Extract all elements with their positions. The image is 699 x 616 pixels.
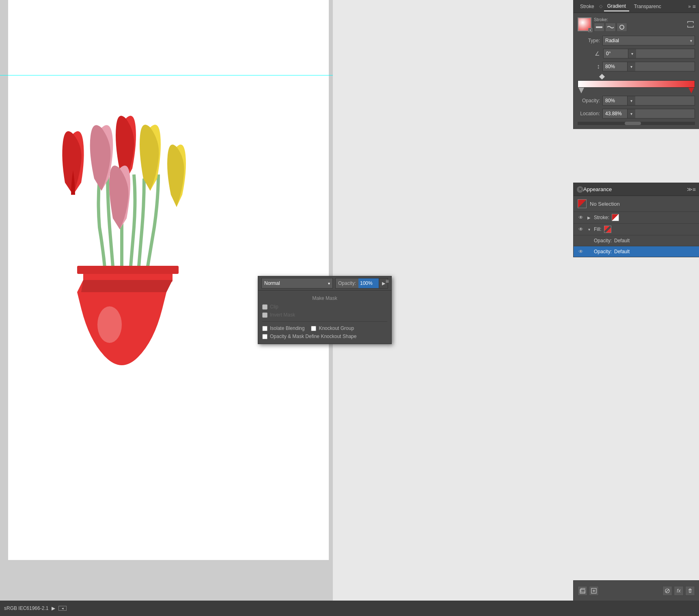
opacity-input-group: ▾	[602, 96, 695, 106]
opacity-row-1: 👁 Opacity: Default	[574, 235, 699, 246]
stroke-prop-label: Stroke:	[594, 215, 609, 220]
angle-row: ∠ ▾	[578, 49, 695, 58]
type-dropdown-arrow: ▾	[690, 39, 692, 43]
clip-label: Clip	[270, 304, 278, 310]
gradient-preview-swatch[interactable]: ▾	[578, 17, 591, 31]
svg-point-4	[620, 25, 624, 29]
new-layer-icon-btn[interactable]	[578, 586, 587, 596]
panel-swap-btn[interactable]	[686, 20, 695, 29]
fill-visibility-eye[interactable]: 👁	[578, 226, 584, 233]
stroke-row: 👁 ▶ Stroke:	[574, 212, 699, 224]
tab-stroke[interactable]: Stroke	[577, 2, 598, 11]
fill-color-swatch[interactable]	[604, 226, 611, 233]
stroke-icons	[594, 23, 627, 32]
scale-input[interactable]	[603, 63, 627, 70]
opacity-label: Opacity:	[578, 98, 600, 103]
status-bar: sRGB IEC61966-2.1 ▶ ◂	[0, 601, 699, 616]
panel-menu-icon[interactable]: ≡	[693, 3, 696, 10]
blend-mode-value: Normal	[264, 280, 280, 286]
stroke-expand-arrow[interactable]: ▶	[587, 215, 591, 220]
scale-row: ↕ ▾	[578, 62, 695, 71]
appearance-menu-icon[interactable]: ≡	[693, 186, 696, 193]
opacity-dropdown-btn[interactable]: ▾	[627, 96, 635, 105]
gradient-midpoint[interactable]	[599, 74, 605, 80]
angle-input-group: ▾	[603, 49, 695, 58]
opacity2-label: Opacity:	[594, 249, 612, 254]
gradient-panel: Stroke ◇ Gradient Transparenc » ≡ ▾ Stro…	[573, 0, 699, 129]
appearance-expand-btn[interactable]: ≫	[687, 186, 693, 192]
opacity1-value[interactable]: Default	[614, 238, 630, 243]
isolate-blending-section: Isolate Blending Knockout Group Opacity …	[262, 321, 387, 340]
knockout-group-checkbox[interactable]	[311, 326, 316, 331]
opacity-mask-checkbox[interactable]	[262, 334, 268, 339]
invert-mask-checkbox[interactable]	[262, 312, 268, 318]
type-value: Radial	[605, 38, 619, 43]
slash-icon-btn[interactable]	[662, 586, 672, 596]
location-dropdown-btn[interactable]: ▾	[627, 109, 635, 118]
scale-dropdown-btn[interactable]: ▾	[627, 62, 635, 71]
opacity-input[interactable]	[603, 97, 627, 104]
delete-icon-btn[interactable]	[685, 586, 695, 596]
scrollbar-thumb[interactable]	[625, 122, 641, 125]
svg-rect-6	[581, 588, 585, 592]
opacity2-value[interactable]: Default	[614, 249, 630, 254]
transparency-popup-header: Normal ▾ Opacity: ▶	[258, 276, 391, 291]
opacity1-label: Opacity:	[594, 238, 612, 243]
fill-expand-arrow[interactable]: ▾	[587, 227, 591, 232]
gradient-panel-body: ▾ Stroke:	[574, 13, 699, 129]
no-selection-row: No Selection	[574, 196, 699, 212]
fx-icon-btn[interactable]: fx	[674, 586, 684, 596]
gradient-bar-wrapper: 🗑	[578, 80, 695, 88]
play-button[interactable]: ▶	[52, 605, 55, 611]
knockout-group-label: Knockout Group	[319, 325, 354, 331]
swatch-dropdown-arrow[interactable]: ▾	[588, 28, 592, 32]
opacity-field-label: Opacity:	[336, 280, 358, 286]
isolate-knockout-row: Isolate Blending Knockout Group	[262, 324, 387, 332]
stroke-btn-1[interactable]	[594, 23, 604, 32]
appearance-panel-bottom: fx	[573, 580, 699, 601]
bottom-icon-group-right: fx	[662, 586, 695, 596]
isolate-blending-checkbox[interactable]	[262, 326, 268, 331]
opacity-field-input[interactable]	[358, 278, 379, 288]
stroke-visibility-eye[interactable]: 👁	[578, 214, 584, 221]
type-dropdown[interactable]: Radial ▾	[602, 36, 695, 45]
stroke-btn-2[interactable]	[605, 23, 616, 32]
clip-checkbox[interactable]	[262, 304, 268, 310]
angle-dropdown-btn[interactable]: ▾	[628, 49, 636, 58]
duplicate-icon-btn[interactable]	[589, 586, 599, 596]
location-input-group: ▾	[602, 109, 695, 118]
location-input[interactable]	[603, 110, 627, 117]
gradient-stop-left[interactable]	[578, 88, 584, 93]
transparency-popup-body: Make Mask Clip Invert Mask Isolate Blend…	[258, 291, 391, 344]
svg-rect-3	[596, 26, 602, 28]
tab-divider1: ◇	[599, 4, 602, 9]
type-label: Type:	[578, 38, 600, 43]
stroke-btn-3[interactable]	[617, 23, 627, 32]
blend-mode-dropdown[interactable]: Normal ▾	[261, 278, 333, 289]
no-selection-swatch[interactable]	[578, 199, 587, 208]
opacity-mask-row: Opacity & Mask Define Knockout Shape	[262, 332, 387, 340]
popup-list-icon[interactable]: ≡	[386, 278, 389, 284]
svg-point-2	[97, 306, 122, 343]
gradient-bar-container: 🗑	[578, 75, 695, 88]
opacity2-visibility-eye[interactable]: 👁	[578, 248, 584, 255]
tab-transparency[interactable]: Transparenc	[631, 2, 664, 11]
stroke-color-swatch[interactable]	[612, 214, 619, 221]
close-button[interactable]: ✕	[577, 186, 583, 193]
opacity2-expand-arrow	[587, 249, 591, 254]
location-row: Location: ▾	[578, 109, 695, 118]
svg-rect-1	[77, 266, 179, 274]
scroll-left-btn[interactable]: ◂	[58, 606, 67, 611]
more-tabs-btn[interactable]: »	[688, 4, 691, 9]
no-selection-text: No Selection	[590, 201, 620, 207]
opacity1-visibility-eye[interactable]: 👁	[578, 237, 584, 244]
make-mask-button[interactable]: Make Mask	[262, 294, 387, 303]
gradient-stop-right[interactable]	[688, 88, 694, 93]
gradient-bar[interactable]	[578, 80, 695, 88]
tab-gradient[interactable]: Gradient	[604, 2, 629, 11]
svg-line-11	[666, 589, 669, 592]
isolate-blending-row: Isolate Blending	[262, 324, 304, 332]
angle-input[interactable]	[604, 50, 628, 57]
opacity-row: Opacity: ▾	[578, 96, 695, 106]
bottom-icon-group	[578, 586, 599, 596]
